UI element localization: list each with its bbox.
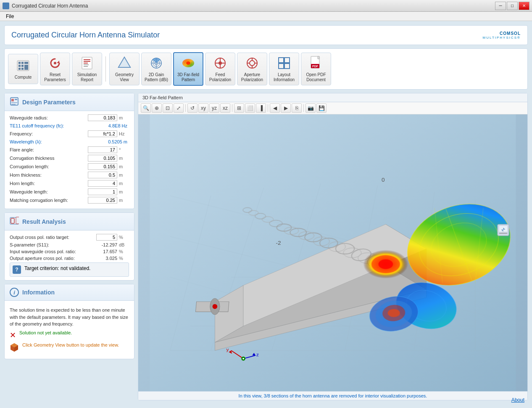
viewer-footer: In this view, 3/8 sections of the horn a…: [138, 391, 527, 400]
svg-text:z: z: [256, 352, 259, 357]
geometry-view-button[interactable]: GeometryView: [109, 53, 140, 85]
result-cross-pol-target: Output cross pol. ratio target: %: [10, 234, 129, 241]
output-aperture-label: Output aperture cross pol. ratio:: [10, 256, 92, 261]
cross-pol-target-input[interactable]: [96, 234, 117, 241]
corrugation-thickness-input[interactable]: [88, 155, 117, 162]
frequency-label: Frequency:: [10, 131, 88, 136]
export-icon[interactable]: [498, 224, 509, 236]
status-solution: ✕ Solution not yet available.: [10, 330, 129, 340]
3dfarfield-label: 3D Far-fieldPattern: [177, 72, 199, 82]
horn-length-input[interactable]: [88, 180, 117, 187]
result-analysis-card: Result Analysis Output cross pol. ratio …: [4, 212, 134, 281]
palette-button[interactable]: ▐: [256, 103, 266, 113]
compute-button[interactable]: Compute: [8, 54, 38, 84]
svg-rect-52: [11, 218, 14, 223]
s-param-unit: dB: [119, 242, 129, 247]
result-input-waveguide: Input waveguide cross pol. ratio: 17.657…: [10, 249, 129, 254]
table-button[interactable]: ⊞: [234, 103, 244, 113]
zoom-extents-button[interactable]: ⤢: [174, 103, 184, 113]
copy-button[interactable]: ⎘: [292, 103, 302, 113]
target-criterion-box: ? Target criterion: not validated.: [10, 262, 129, 277]
param-wavelength: Wavelength (λ): 0.5205 m: [10, 139, 129, 145]
pdf-icon: PDF: [308, 56, 324, 71]
zoom-in-button[interactable]: ⊕: [152, 103, 162, 113]
layout-icon: [277, 56, 292, 71]
corrugation-length-input[interactable]: [88, 163, 117, 170]
waveguide-radius-unit: m: [119, 115, 129, 120]
waveguide-length-input[interactable]: [88, 188, 117, 195]
main-window: Corrugated Circular Horn Antenna Simulat…: [0, 21, 532, 408]
svg-rect-37: [279, 58, 284, 63]
svg-rect-5: [21, 65, 24, 67]
vt-sep-4: [303, 104, 304, 112]
zoom-box-button[interactable]: ⊡: [163, 103, 173, 113]
waveguide-length-unit: m: [119, 189, 129, 194]
viewer-footer-text: In this view, 3/8 sections of the horn a…: [239, 393, 427, 398]
2d-gain-button[interactable]: 2D GainPattern (dBi): [141, 53, 171, 85]
waveguide-radius-input[interactable]: [88, 114, 117, 121]
simulation-report-button[interactable]: SimulationReport: [72, 53, 102, 85]
reset-icon: [47, 56, 63, 71]
svg-rect-54: [16, 217, 19, 224]
matching-corrugation-label: Matching corrugation length:: [10, 198, 88, 203]
aperture-icon: [245, 56, 260, 71]
scene-button[interactable]: ⬜: [245, 103, 255, 113]
maximize-button[interactable]: □: [507, 2, 518, 10]
close-button[interactable]: ✕: [519, 2, 529, 10]
reset-parameters-button[interactable]: ResetParameters: [40, 53, 70, 85]
svg-rect-2: [18, 65, 21, 67]
output-aperture-unit: %: [119, 256, 129, 261]
layout-information-button[interactable]: LayoutInformation: [269, 53, 299, 85]
s-param-label: S-parameter (S11):: [10, 242, 92, 247]
prev-button[interactable]: ◀: [270, 103, 280, 113]
2dgain-label: 2D GainPattern (dBi): [145, 72, 168, 82]
svg-point-104: [213, 304, 218, 309]
vt-sep-2: [232, 104, 232, 112]
feed-icon: [213, 56, 228, 71]
vt-sep-1: [185, 104, 186, 112]
svg-point-10: [54, 62, 56, 64]
result-analysis-title: Result Analysis: [22, 218, 66, 225]
information-card: i Information The solution time is expec…: [4, 284, 134, 359]
next-button[interactable]: ▶: [281, 103, 291, 113]
file-menu[interactable]: File: [3, 13, 17, 20]
corrugation-thickness-label: Corrugation thickness: [10, 156, 88, 161]
aperture-polarization-button[interactable]: AperturePolarization: [237, 53, 267, 85]
left-panel: Design Parameters Waveguide radius: m TE…: [4, 93, 134, 400]
param-frequency: Frequency: Hz: [10, 130, 129, 137]
xy-view-button[interactable]: xy: [198, 103, 208, 113]
flare-input[interactable]: [88, 146, 117, 153]
horn-thickness-input[interactable]: [88, 172, 117, 178]
about-link[interactable]: About: [511, 397, 524, 403]
yz-view-button[interactable]: yz: [209, 103, 219, 113]
2dgain-icon: [149, 56, 164, 71]
frequency-input[interactable]: [88, 130, 117, 137]
reset-label: ResetParameters: [44, 72, 66, 82]
matching-corrugation-input[interactable]: [88, 197, 117, 204]
svg-text:0: 0: [382, 177, 385, 183]
target-criterion-text: Target criterion: not validated.: [24, 265, 90, 271]
save-button[interactable]: 💾: [316, 103, 327, 113]
svg-marker-9: [57, 61, 59, 63]
app-icon: [3, 3, 9, 9]
open-pdf-button[interactable]: PDF Open PDFDocument: [301, 53, 331, 85]
error-x-icon: ✕: [10, 331, 16, 340]
comsol-logo: COMSOL MULTIPHYSICS®: [483, 31, 521, 40]
minimize-button[interactable]: ─: [495, 2, 506, 10]
viewer-panel: 3D Far-field Pattern 🔍 ⊕ ⊡ ⤢ ↺ xy yz xz …: [138, 93, 528, 400]
svg-point-119: [388, 309, 400, 317]
feed-polarization-button[interactable]: FeedPolarization: [205, 53, 235, 85]
result-analysis-header: Result Analysis: [5, 213, 134, 230]
feed-label: FeedPolarization: [209, 72, 231, 82]
zoom-fit-button[interactable]: 🔍: [141, 103, 151, 113]
3d-farfield-svg: 0 -2 -4: [138, 114, 527, 391]
svg-rect-49: [11, 102, 17, 103]
3d-farfield-button[interactable]: 3D Far-fieldPattern: [173, 52, 203, 86]
geometry-icon: [117, 56, 132, 71]
information-body: The solution time is expected to be less…: [5, 301, 134, 359]
input-waveguide-value: 17.657: [92, 249, 117, 254]
xz-view-button[interactable]: xz: [220, 103, 230, 113]
camera-button[interactable]: 📷: [306, 103, 316, 113]
flare-label: Flare angle:: [10, 147, 88, 152]
rotate-button[interactable]: ↺: [187, 103, 198, 113]
